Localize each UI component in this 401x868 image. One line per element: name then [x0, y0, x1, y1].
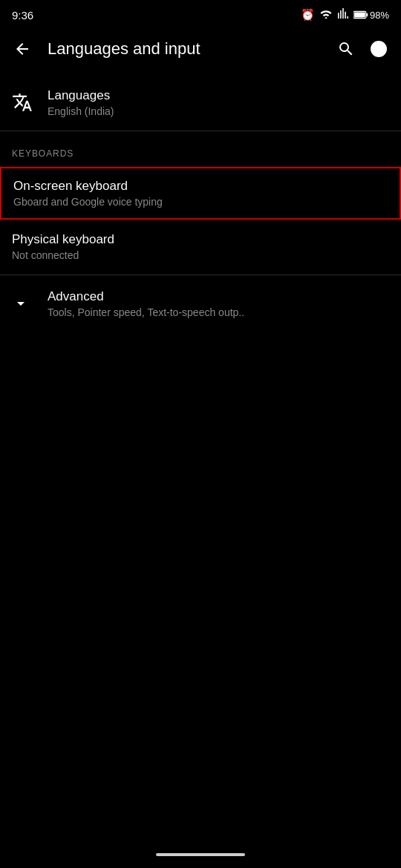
svg-rect-2 [354, 13, 365, 18]
languages-title: Languages [48, 88, 389, 103]
on-screen-keyboard-subtitle: Gboard and Google voice typing [13, 196, 388, 208]
status-icons: ⏰ 98% [301, 8, 389, 22]
languages-subtitle: English (India) [48, 105, 389, 117]
on-screen-keyboard-item[interactable]: On-screen keyboard Gboard and Google voi… [0, 167, 401, 220]
wifi-icon [319, 8, 333, 22]
battery-icon: 98% [353, 10, 389, 21]
languages-item[interactable]: Languages English (India) [0, 77, 401, 128]
divider-1 [0, 131, 401, 131]
advanced-subtitle: Tools, Pointer speed, Text-to-speech out… [48, 306, 389, 318]
app-bar-actions [333, 36, 392, 62]
advanced-title: Advanced [48, 289, 389, 304]
status-time: 9:36 [12, 9, 33, 22]
physical-keyboard-item[interactable]: Physical keyboard Not connected [0, 221, 401, 272]
app-bar: Languages and input [0, 27, 401, 71]
svg-point-4 [379, 53, 379, 53]
on-screen-keyboard-title: On-screen keyboard [13, 179, 388, 194]
help-button[interactable] [365, 36, 392, 62]
page-title: Languages and input [48, 39, 321, 59]
physical-keyboard-text: Physical keyboard Not connected [12, 232, 389, 261]
status-bar: 9:36 ⏰ 98% [0, 0, 401, 27]
physical-keyboard-subtitle: Not connected [12, 249, 389, 261]
settings-content: Languages English (India) KEYBOARDS On-s… [0, 71, 401, 335]
battery-percent: 98% [370, 10, 389, 21]
keyboards-section-header: KEYBOARDS [0, 134, 401, 165]
svg-rect-1 [366, 13, 368, 17]
advanced-item[interactable]: Advanced Tools, Pointer speed, Text-to-s… [0, 278, 401, 329]
physical-keyboard-title: Physical keyboard [12, 232, 389, 247]
divider-2 [0, 274, 401, 275]
on-screen-keyboard-text: On-screen keyboard Gboard and Google voi… [13, 179, 388, 208]
alarm-icon: ⏰ [301, 8, 315, 22]
signal-icon [337, 8, 349, 22]
languages-text: Languages English (India) [48, 88, 389, 117]
chevron-down-icon [12, 295, 48, 312]
back-button[interactable] [9, 36, 36, 62]
search-button[interactable] [333, 36, 359, 62]
translate-icon [12, 92, 48, 113]
advanced-text: Advanced Tools, Pointer speed, Text-to-s… [48, 289, 389, 318]
keyboards-label: KEYBOARDS [12, 148, 74, 159]
bottom-nav-indicator [156, 853, 245, 856]
